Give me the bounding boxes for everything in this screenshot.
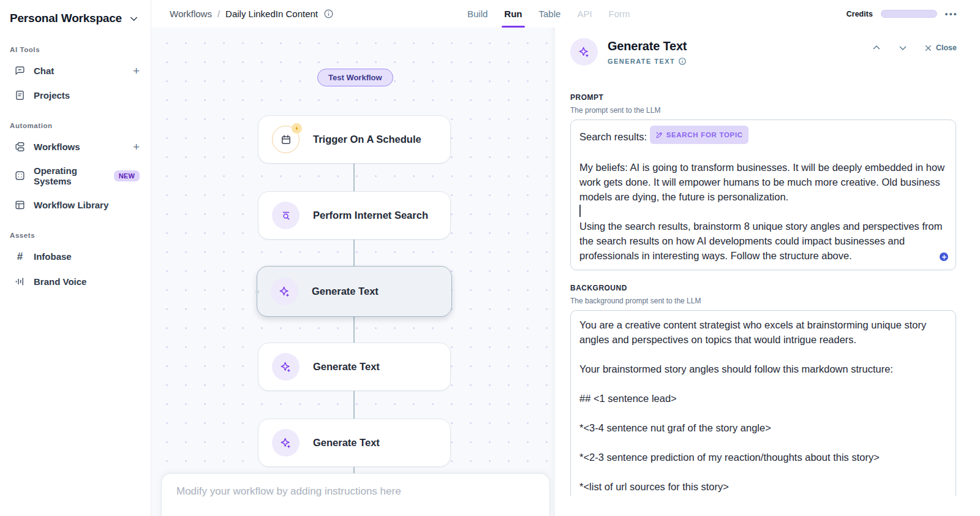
node-generate-text-2[interactable]: Generate Text bbox=[258, 343, 451, 391]
chat-icon bbox=[14, 65, 26, 77]
view-tabs: Build Run Table API Form bbox=[467, 0, 630, 28]
more-menu-icon[interactable]: ••• bbox=[945, 9, 958, 18]
panel-sparkle-icon-circle bbox=[570, 38, 598, 66]
node-generate-text-1[interactable]: Generate Text bbox=[257, 266, 452, 317]
add-chat-button[interactable]: + bbox=[133, 65, 140, 77]
background-textarea[interactable]: You are a creative content strategist wh… bbox=[570, 310, 956, 496]
tab-form[interactable]: Form bbox=[609, 0, 630, 28]
sidebar-item-chat[interactable]: Chat + bbox=[0, 58, 151, 83]
sidebar-item-label: Workflows bbox=[34, 142, 125, 152]
sidebar-item-infobase[interactable]: # Infobase bbox=[0, 244, 151, 269]
info-icon[interactable] bbox=[678, 57, 687, 66]
breadcrumb-page-title: Daily LinkedIn Content bbox=[225, 9, 318, 19]
background-help-text: The background prompt sent to the LLM bbox=[570, 297, 956, 305]
node-connector bbox=[353, 164, 355, 191]
sidebar-item-label: Infobase bbox=[34, 251, 140, 262]
prompt-paragraph-2: Using the search results, brainstorm 8 u… bbox=[579, 219, 947, 263]
sidebar-item-label: Operating Systems bbox=[34, 165, 106, 186]
internet-search-icon bbox=[280, 210, 292, 222]
instruction-input-container bbox=[161, 473, 550, 516]
panel-header: Generate Text GENERATE TEXT Close bbox=[570, 38, 957, 66]
node-connector bbox=[353, 467, 355, 473]
sidebar-item-label: Workflow Library bbox=[34, 200, 140, 210]
hash-icon: # bbox=[14, 251, 26, 263]
sidebar-item-brand-voice[interactable]: Brand Voice bbox=[0, 269, 151, 294]
sidebar: Personal Workspace AI Tools Chat + Proje… bbox=[0, 0, 151, 516]
voice-bars-icon bbox=[14, 276, 26, 287]
sparkle-icon-circle bbox=[272, 353, 300, 381]
sidebar-item-label: Chat bbox=[34, 66, 125, 76]
sidebar-item-projects[interactable]: Projects bbox=[0, 83, 151, 107]
node-detail-panel: Generate Text GENERATE TEXT Close PROMPT… bbox=[554, 0, 980, 516]
tab-table[interactable]: Table bbox=[539, 0, 561, 28]
background-field-group: BACKGROUND The background prompt sent to… bbox=[570, 284, 956, 496]
node-title: Generate Text bbox=[313, 437, 380, 449]
node-connector bbox=[353, 391, 355, 419]
tab-run[interactable]: Run bbox=[504, 0, 522, 28]
tab-build[interactable]: Build bbox=[467, 0, 488, 28]
background-textarea-clip: You are a creative content strategist wh… bbox=[570, 310, 956, 496]
node-title: Generate Text bbox=[312, 286, 379, 297]
node-title: Trigger On A Schedule bbox=[313, 134, 421, 145]
panel-title: Generate Text bbox=[608, 39, 687, 53]
credits-progress-bar[interactable] bbox=[881, 10, 937, 18]
breadcrumb-workflows-link[interactable]: Workflows bbox=[170, 9, 212, 19]
prompt-help-text: The prompt sent to the LLM bbox=[570, 106, 956, 115]
text-cursor bbox=[579, 205, 581, 217]
sparkle-icon-circle bbox=[271, 278, 298, 305]
node-connector bbox=[353, 240, 355, 266]
credits-label: Credits bbox=[846, 10, 873, 18]
topbar: Workflows / Daily LinkedIn Content Build… bbox=[151, 0, 980, 28]
next-node-button[interactable] bbox=[898, 43, 908, 53]
tab-api[interactable]: API bbox=[577, 0, 592, 28]
node-generate-text-3[interactable]: Generate Text bbox=[258, 419, 451, 467]
panel-controls: Close bbox=[872, 38, 957, 53]
section-label-assets: Assets bbox=[0, 217, 151, 244]
chevron-down-icon bbox=[898, 43, 908, 53]
workflow-canvas[interactable]: Test Workflow Trigger On A Schedule Perf… bbox=[151, 28, 554, 516]
node-connector bbox=[353, 317, 355, 343]
sidebar-item-workflow-library[interactable]: Workflow Library bbox=[0, 192, 151, 217]
variable-add-handle[interactable] bbox=[940, 252, 948, 261]
workspace-switcher[interactable]: Personal Workspace bbox=[0, 0, 151, 31]
sparkle-icon-circle bbox=[272, 429, 300, 457]
sidebar-item-workflows[interactable]: Workflows + bbox=[0, 134, 151, 159]
add-workflow-button[interactable]: + bbox=[133, 141, 140, 153]
section-label-ai-tools: AI Tools bbox=[0, 31, 151, 58]
node-trigger-on-a-schedule[interactable]: Trigger On A Schedule bbox=[258, 115, 451, 164]
workflow-icon bbox=[14, 141, 26, 153]
sparkle-icon bbox=[279, 436, 292, 449]
document-icon bbox=[14, 89, 26, 101]
os-grid-icon bbox=[14, 170, 26, 181]
sidebar-item-label: Projects bbox=[34, 90, 140, 101]
sidebar-item-operating-systems[interactable]: Operating Systems NEW bbox=[0, 159, 151, 192]
new-badge: NEW bbox=[114, 170, 140, 181]
node-title: Generate Text bbox=[313, 361, 380, 373]
calendar-icon bbox=[280, 134, 292, 146]
sparkle-icon bbox=[278, 285, 291, 298]
prompt-label: PROMPT bbox=[570, 93, 956, 102]
workflow-instruction-input[interactable] bbox=[162, 474, 549, 516]
panel-node-type-label: GENERATE TEXT bbox=[608, 58, 675, 65]
close-label: Close bbox=[936, 44, 957, 52]
chevron-down-icon bbox=[128, 13, 140, 25]
close-icon bbox=[924, 44, 932, 52]
section-label-automation: Automation bbox=[0, 107, 151, 134]
node-perform-internet-search[interactable]: Perform Internet Search bbox=[258, 191, 451, 240]
breadcrumb: Workflows / Daily LinkedIn Content bbox=[170, 0, 334, 28]
sparkle-icon bbox=[279, 360, 292, 373]
sidebar-item-label: Brand Voice bbox=[34, 276, 140, 287]
app-root: Personal Workspace AI Tools Chat + Proje… bbox=[0, 0, 980, 516]
prompt-paragraph-1: My beliefs: AI is going to transform bus… bbox=[579, 160, 947, 204]
panel-footer bbox=[555, 503, 980, 516]
close-panel-button[interactable]: Close bbox=[924, 44, 957, 52]
search-for-topic-chip[interactable]: SEARCH FOR TOPIC bbox=[650, 126, 748, 144]
test-workflow-button[interactable]: Test Workflow bbox=[317, 69, 393, 86]
trigger-icon-circle bbox=[272, 126, 300, 153]
node-title: Perform Internet Search bbox=[313, 210, 428, 221]
info-icon[interactable] bbox=[323, 9, 334, 19]
previous-node-button[interactable] bbox=[872, 43, 881, 53]
library-icon bbox=[14, 199, 26, 211]
prompt-textarea[interactable]: Search results: SEARCH FOR TOPIC My beli… bbox=[570, 120, 956, 270]
chip-label: SEARCH FOR TOPIC bbox=[666, 127, 743, 142]
